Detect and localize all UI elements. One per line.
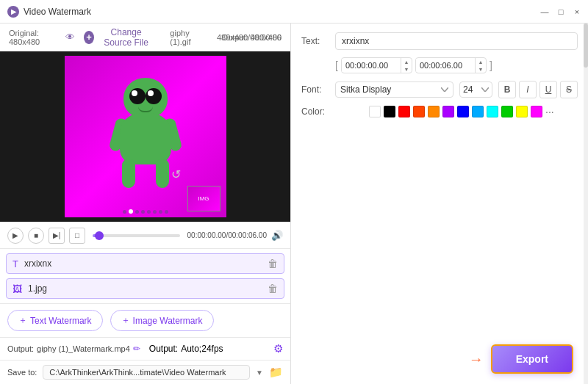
- color-swatch-yellow[interactable]: [516, 106, 528, 117]
- eye-icon[interactable]: 👁: [65, 32, 75, 43]
- app-title: Video Watermark: [24, 7, 91, 17]
- alien-smile: [138, 106, 153, 112]
- timeline-dot: [147, 210, 151, 214]
- save-to-label: Save to:: [7, 368, 37, 377]
- minimize-button[interactable]: —: [539, 7, 550, 17]
- step-forward-button[interactable]: ▶|: [49, 228, 65, 244]
- add-watermark-row: ＋ Text Watermark ＋ Image Watermark: [0, 303, 290, 337]
- right-scrollbar[interactable]: [584, 23, 588, 384]
- change-source-label: Change Source File: [97, 27, 156, 48]
- color-swatch-green[interactable]: [501, 106, 513, 117]
- watermark-label: 1.jpg: [28, 283, 262, 294]
- save-row: Save to: ▼ 📁: [0, 360, 290, 384]
- text-field-row: Text:: [301, 32, 578, 50]
- time-spin[interactable]: ▲ ▼: [401, 58, 412, 73]
- right-panel: Text: [ ▲ ▼ ▲ ▼ ] Fon: [291, 23, 588, 384]
- play-button[interactable]: ▶: [7, 228, 24, 244]
- more-colors-icon[interactable]: ···: [545, 106, 554, 117]
- time-up-button[interactable]: ▲: [401, 58, 412, 65]
- color-swatch-white[interactable]: [369, 106, 381, 117]
- save-path-input[interactable]: [43, 365, 250, 380]
- stop-button[interactable]: ■: [28, 228, 44, 244]
- video-area: ↺ IMG: [0, 51, 290, 222]
- progress-thumb[interactable]: [95, 231, 104, 240]
- progress-bar[interactable]: [93, 234, 180, 237]
- timeline-dot: [123, 210, 126, 214]
- text-watermark-icon: T: [12, 258, 18, 269]
- watermark-thumbnail[interactable]: IMG: [187, 186, 220, 211]
- alien-body: [120, 113, 171, 164]
- watermark-label: xrxixnx: [24, 258, 262, 269]
- color-swatch-cyan[interactable]: [487, 106, 498, 117]
- time-spin[interactable]: ▲ ▼: [475, 58, 486, 73]
- time-down-button[interactable]: ▼: [476, 65, 486, 73]
- add-text-watermark-button[interactable]: ＋ Text Watermark: [7, 310, 103, 331]
- timeline-dot: [153, 210, 157, 214]
- add-text-label: Text Watermark: [30, 316, 92, 326]
- change-source-button[interactable]: + Change Source File: [84, 27, 155, 48]
- time-down-button[interactable]: ▼: [401, 65, 412, 73]
- scrollbar-thumb[interactable]: [584, 23, 588, 68]
- alien-head: [123, 78, 168, 118]
- timeline-dot: [129, 209, 133, 214]
- controls-bar: ▶ ■ ▶| □ 00:00:00.00/00:00:06.00 🔊: [0, 222, 290, 248]
- color-swatch-red[interactable]: [398, 106, 410, 117]
- time-end-input[interactable]: ▲ ▼: [415, 57, 487, 73]
- font-size-select[interactable]: 24: [459, 81, 492, 98]
- time-start-input[interactable]: ▲ ▼: [341, 57, 412, 73]
- export-button[interactable]: Export: [491, 344, 573, 374]
- timeline-dots: [123, 209, 168, 214]
- edit-filename-icon[interactable]: ✏: [133, 344, 140, 354]
- output-label-1: Output:: [7, 344, 34, 353]
- output-filename-field: Output: giphy (1)_Watermark.mp4 ✏: [7, 344, 140, 354]
- image-watermark-icon: 🖼: [12, 283, 22, 294]
- color-swatch-light-blue[interactable]: [472, 106, 484, 117]
- time-display: 00:00:00.00/00:00:06.00: [187, 231, 267, 239]
- output-label: Output: 480x480: [222, 33, 282, 42]
- italic-button[interactable]: I: [519, 81, 537, 98]
- font-label: Font:: [301, 84, 329, 95]
- alien-leg-right: [156, 159, 169, 188]
- strikethrough-button[interactable]: S: [560, 81, 578, 98]
- time-up-button[interactable]: ▲: [476, 58, 486, 65]
- add-image-watermark-button[interactable]: ＋ Image Watermark: [110, 310, 214, 331]
- color-swatch-orange-red[interactable]: [413, 106, 425, 117]
- maximize-button[interactable]: □: [556, 7, 566, 17]
- add-icon: +: [84, 31, 94, 44]
- clip-button[interactable]: □: [69, 228, 85, 244]
- color-swatch-purple[interactable]: [442, 106, 454, 117]
- font-field-row: Font: Sitka Display 24 B I U S: [301, 81, 578, 98]
- alien-leg-left: [122, 159, 135, 188]
- rotate-icon[interactable]: ↺: [171, 167, 186, 182]
- time-range-row: [ ▲ ▼ ▲ ▼ ]: [335, 57, 578, 73]
- plus-icon: ＋: [121, 314, 130, 327]
- color-swatch-black[interactable]: [384, 106, 395, 117]
- timeline-dot: [141, 210, 145, 214]
- folder-icon[interactable]: 📁: [269, 366, 283, 379]
- output-format: Auto;24fps: [181, 344, 223, 354]
- time-start-field[interactable]: [342, 59, 401, 72]
- time-end-field[interactable]: [416, 59, 475, 72]
- delete-watermark-button[interactable]: 🗑: [268, 283, 278, 294]
- output-label-2: Output:: [149, 344, 178, 354]
- original-label: Original: 480x480: [9, 29, 57, 46]
- color-swatch-magenta[interactable]: [531, 106, 542, 117]
- bold-button[interactable]: B: [498, 81, 516, 98]
- color-field-row: Color: ···: [301, 106, 578, 117]
- font-select[interactable]: Sitka Display: [335, 81, 453, 98]
- delete-watermark-button[interactable]: 🗑: [268, 258, 278, 269]
- color-swatch-blue[interactable]: [457, 106, 469, 117]
- underline-button[interactable]: U: [539, 81, 557, 98]
- file-name: giphy (1).gif: [170, 29, 202, 46]
- path-dropdown-icon[interactable]: ▼: [256, 369, 263, 377]
- close-button[interactable]: ×: [572, 7, 582, 17]
- text-input[interactable]: [335, 32, 578, 50]
- window-controls[interactable]: — □ ×: [539, 7, 582, 17]
- color-swatch-orange[interactable]: [428, 106, 440, 117]
- font-style-buttons: B I U S: [498, 81, 578, 98]
- export-arrow-icon: →: [469, 351, 484, 368]
- title-bar: ▶ Video Watermark — □ ×: [0, 0, 588, 23]
- settings-icon[interactable]: ⚙: [273, 342, 283, 355]
- output-row: Output: giphy (1)_Watermark.mp4 ✏ Output…: [0, 337, 290, 360]
- volume-icon[interactable]: 🔊: [271, 230, 283, 241]
